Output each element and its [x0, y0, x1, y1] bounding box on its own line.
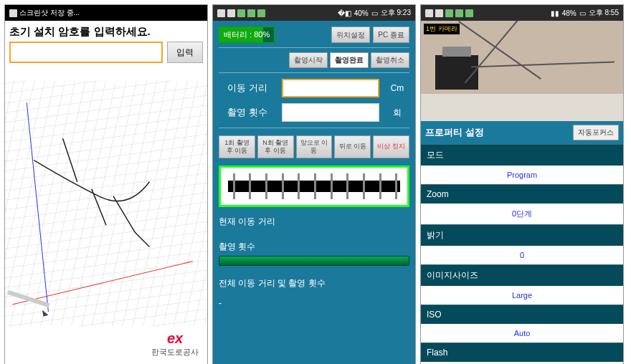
current-distance-label: 현재 이동 거리 [219, 216, 409, 228]
move-back-button[interactable]: 뒤로 이동 [334, 135, 371, 158]
wifi-icon: �◧ [338, 9, 351, 17]
autofocus-button[interactable]: 자동포커스 [573, 125, 619, 140]
briefcase-icon [257, 9, 265, 17]
property-list: 모드 Program Zoom 0단계 밝기 0 이미지사이즈 Large IS… [421, 144, 623, 364]
gear-icon [455, 9, 463, 17]
app-icon [227, 9, 235, 17]
gear-icon [247, 9, 255, 17]
prop-brightness-label: 밝기 [421, 224, 623, 246]
shoot-cancel-button[interactable]: 촬영취소 [371, 52, 409, 68]
emergency-stop-button[interactable]: 비상 정지 [373, 135, 409, 158]
crack-grid-image [5, 71, 207, 336]
prop-imagesize-label: 이미지사이즈 [421, 264, 623, 286]
divider [219, 47, 409, 48]
position-set-button[interactable]: 위치설정 [331, 27, 370, 43]
screen-2-body: 배터리 : 80% 위치설정 PC 종료 촬영시작 촬영완료 촬영취소 이동 거… [213, 21, 415, 364]
total-value: - [219, 298, 409, 308]
prop-flash-label: Flash [421, 343, 623, 362]
move-after-n-button[interactable]: N회 촬영 후 이동 [257, 135, 294, 158]
prop-brightness-value[interactable]: 0 [421, 246, 623, 264]
brand-logo: ex 한국도로공사 [151, 330, 199, 358]
prop-zoom-label: Zoom [421, 184, 623, 203]
shield-icon [237, 9, 245, 17]
shot-count-heading: 촬영 횟수 [219, 241, 409, 253]
prop-zoom-value[interactable]: 0단계 [421, 203, 623, 224]
camera-preview: 1번 카메라 [421, 21, 623, 121]
prop-mode-value[interactable]: Program [421, 166, 623, 184]
app-icon [425, 9, 433, 17]
signal-icon: ▮▮ [551, 9, 559, 17]
total-label: 전체 이동 거리 및 촬영 횟수 [219, 277, 409, 289]
battery-icon: ▭ [579, 9, 586, 17]
move-after-1-button[interactable]: 1회 촬영 후 이동 [219, 135, 255, 158]
screen-1-body: 초기 설치 암호를 입력하세요. 입력 ex 한국도로공사 [5, 21, 207, 364]
divider [219, 128, 409, 128]
pc-battery-badge: 배터리 : 80% [219, 27, 275, 43]
screen-3-body: 1번 카메라 프로퍼티 설정 자동포커스 모드 Program Zoom 0단계… [421, 21, 623, 364]
move-distance-input[interactable] [282, 79, 379, 97]
prop-mode-label: 모드 [421, 144, 623, 166]
status-bar: 스크린샷 저장 중... [5, 5, 207, 21]
unit-cm: Cm [385, 83, 409, 93]
logo-text: 한국도로공사 [151, 347, 199, 358]
grid-svg [5, 71, 207, 336]
battery-icon: ▭ [371, 9, 378, 17]
shot-count-input[interactable] [282, 103, 379, 122]
battery-pct: 48% [562, 9, 577, 17]
password-input[interactable] [9, 42, 163, 63]
move-forward-button[interactable]: 앞으로 이동 [296, 135, 333, 158]
app-icon [217, 9, 225, 17]
app-icon [435, 9, 443, 17]
logo-ex: ex [151, 330, 199, 347]
screen-3-camera-properties: ▮▮ 48% ▭ 오후 8:55 1번 카메라 프로퍼티 설정 자동포커스 모드… [420, 4, 624, 364]
properties-title: 프로퍼티 설정 [425, 126, 573, 139]
enter-button[interactable]: 입력 [167, 42, 203, 63]
shoot-done-button[interactable]: 촬영완료 [330, 52, 369, 68]
divider [219, 72, 409, 73]
pc-shutdown-button[interactable]: PC 종료 [373, 27, 409, 43]
clock: 오후 9:23 [381, 8, 411, 18]
svg-rect-0 [5, 81, 207, 326]
shoot-start-button[interactable]: 촬영시작 [289, 52, 328, 68]
move-distance-label: 이동 거리 [219, 82, 276, 95]
status-bar: ▮▮ 48% ▭ 오후 8:55 [421, 5, 623, 21]
password-prompt: 초기 설치 암호를 입력하세요. [9, 25, 203, 39]
ruler-display [219, 166, 409, 207]
prop-iso-value[interactable]: Auto [421, 324, 623, 343]
shot-count-label: 촬영 횟수 [219, 106, 276, 119]
screen-2-motion-control: �◧ 40% ▭ 오후 9:23 배터리 : 80% 위치설정 PC 종료 촬영… [212, 4, 416, 364]
screenshot-icon [9, 9, 17, 17]
briefcase-icon [465, 9, 473, 17]
battery-pct: 40% [354, 9, 369, 17]
prop-imagesize-value[interactable]: Large [421, 286, 623, 305]
clock: 오후 8:55 [589, 8, 619, 18]
saving-text: 스크린샷 저장 중... [19, 8, 80, 18]
screen-1-enter-password: 스크린샷 저장 중... 초기 설치 암호를 입력하세요. 입력 [4, 4, 208, 364]
prop-iso-label: ISO [421, 305, 623, 324]
shot-count-progress [219, 256, 409, 266]
unit-count: 회 [385, 107, 409, 119]
shield-icon [445, 9, 453, 17]
status-bar: �◧ 40% ▭ 오후 9:23 [213, 5, 415, 21]
